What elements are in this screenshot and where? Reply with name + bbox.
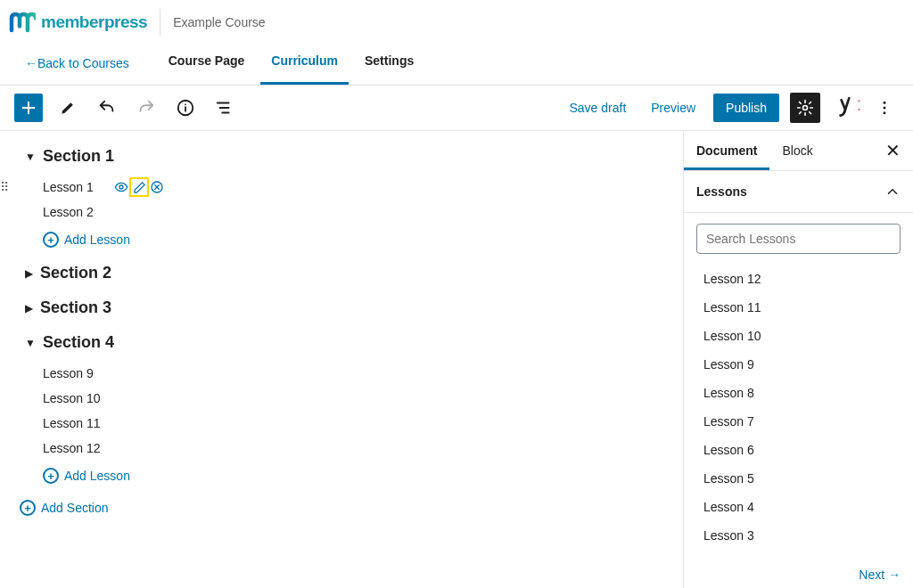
lesson-item[interactable]: Lesson 12 [43,441,107,455]
add-lesson-button[interactable]: + Add Lesson [43,468,658,484]
drag-handle-icon[interactable]: ⠿ [0,180,9,194]
brand-logo: memberpress [9,9,160,36]
settings-gear-button[interactable] [790,93,820,123]
memberpress-logo-icon [9,9,36,36]
more-options-icon[interactable] [870,94,899,122]
section-header[interactable]: ▶ Section 2 [25,264,658,282]
tab-curriculum[interactable]: Curriculum [260,41,349,85]
add-section-button[interactable]: + Add Section [20,500,658,516]
info-icon[interactable] [171,94,200,122]
lessons-panel-title: Lessons [696,184,747,199]
lesson-item[interactable]: Lesson 2 [43,205,107,219]
undo-icon[interactable] [93,94,121,122]
breadcrumb-title: Example Course [173,15,266,29]
lesson-result[interactable]: Lesson 6 [696,436,901,464]
edit-mode-icon[interactable] [53,94,82,122]
section-header[interactable]: ▼ Section 4 [25,333,658,352]
lesson-result[interactable]: Lesson 9 [696,350,901,379]
yoast-icon[interactable]: ⁚ [831,94,860,122]
lesson-result[interactable]: Lesson 3 [696,521,901,550]
caret-down-icon: ▼ [25,337,36,349]
tab-settings[interactable]: Settings [354,41,424,85]
sidebar-tab-document[interactable]: Document [684,131,769,170]
svg-point-5 [119,185,123,189]
plus-circle-icon: + [43,468,59,484]
section-title: Section 2 [40,264,111,282]
caret-down-icon: ▼ [25,151,36,163]
remove-lesson-icon[interactable] [150,180,164,194]
lesson-item[interactable]: Lesson 10 [43,391,107,405]
caret-right-icon: ▶ [25,267,33,280]
publish-button[interactable]: Publish [713,94,779,122]
lesson-result[interactable]: Lesson 11 [696,293,901,322]
add-block-button[interactable] [14,94,43,122]
section-title: Section 1 [43,147,114,166]
caret-right-icon: ▶ [25,302,33,314]
plus-circle-icon: + [20,500,36,516]
preview-button[interactable]: Preview [644,95,703,120]
chevron-up-icon [884,184,901,200]
lesson-result[interactable]: Lesson 10 [696,322,901,350]
lesson-item[interactable]: Lesson 11 [43,416,107,430]
section-header[interactable]: ▼ Section 1 [25,147,658,166]
back-to-courses-link[interactable]: ←Back to Courses [9,44,145,83]
tab-course-page[interactable]: Course Page [158,41,256,85]
lesson-result[interactable]: Lesson 5 [696,464,901,493]
lesson-result[interactable]: Lesson 8 [696,379,901,407]
lesson-result[interactable]: Lesson 12 [696,265,901,293]
lesson-item[interactable]: Lesson 9 [43,366,107,380]
view-lesson-icon[interactable] [114,180,128,194]
save-draft-button[interactable]: Save draft [562,95,633,120]
lesson-item[interactable]: Lesson 1 [43,180,107,194]
plus-circle-icon: + [43,232,59,248]
section-title: Section 3 [40,298,111,317]
section-title: Section 4 [43,333,114,352]
lesson-result[interactable]: Lesson 7 [696,407,901,436]
close-sidebar-icon[interactable]: ✕ [873,140,913,161]
brand-name: memberpress [41,12,147,32]
svg-point-3 [884,107,886,110]
lessons-panel-header[interactable]: Lessons [684,171,913,213]
add-lesson-button[interactable]: + Add Lesson [43,232,658,248]
redo-icon[interactable] [132,94,160,122]
section-header[interactable]: ▶ Section 3 [25,298,658,317]
svg-point-2 [884,102,886,104]
search-lessons-input[interactable] [696,224,901,254]
svg-point-1 [803,106,808,110]
next-page-link[interactable]: Next → [684,562,913,588]
edit-lesson-icon[interactable] [132,180,146,194]
svg-point-4 [884,111,886,114]
outline-icon[interactable] [210,94,239,122]
lesson-result[interactable]: Lesson 4 [696,493,901,521]
sidebar-tab-block[interactable]: Block [769,131,825,170]
